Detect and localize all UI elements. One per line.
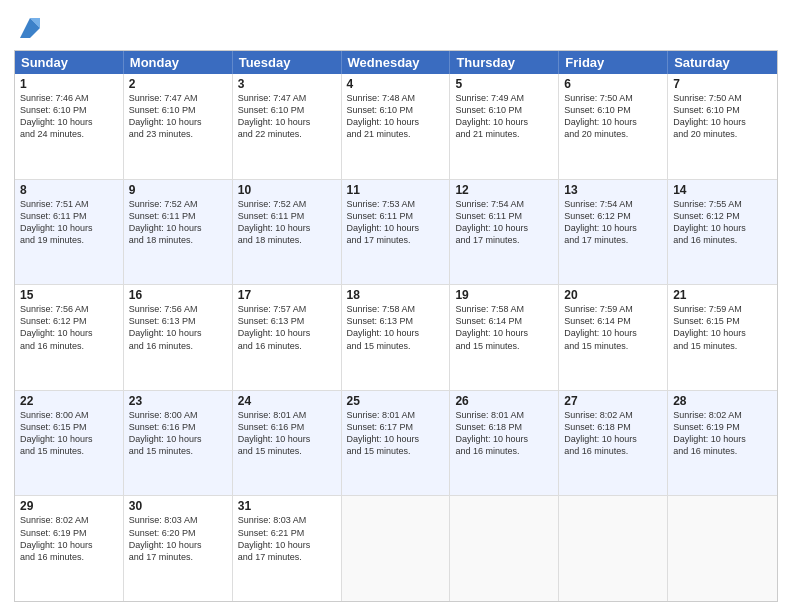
- day-info: Sunrise: 8:00 AMSunset: 6:15 PMDaylight:…: [20, 409, 118, 458]
- day-info: Sunrise: 8:02 AMSunset: 6:19 PMDaylight:…: [20, 514, 118, 563]
- day-number: 15: [20, 288, 118, 302]
- day-info: Sunrise: 8:00 AMSunset: 6:16 PMDaylight:…: [129, 409, 227, 458]
- calendar-row-5: 29Sunrise: 8:02 AMSunset: 6:19 PMDayligh…: [15, 495, 777, 601]
- day-number: 30: [129, 499, 227, 513]
- day-cell-24: 24Sunrise: 8:01 AMSunset: 6:16 PMDayligh…: [233, 391, 342, 496]
- day-info: Sunrise: 7:56 AMSunset: 6:13 PMDaylight:…: [129, 303, 227, 352]
- day-number: 2: [129, 77, 227, 91]
- day-cell-7: 7Sunrise: 7:50 AMSunset: 6:10 PMDaylight…: [668, 74, 777, 179]
- header: [14, 10, 778, 42]
- day-cell-9: 9Sunrise: 7:52 AMSunset: 6:11 PMDaylight…: [124, 180, 233, 285]
- day-cell-8: 8Sunrise: 7:51 AMSunset: 6:11 PMDaylight…: [15, 180, 124, 285]
- day-info: Sunrise: 8:02 AMSunset: 6:19 PMDaylight:…: [673, 409, 772, 458]
- header-day-monday: Monday: [124, 51, 233, 74]
- header-day-friday: Friday: [559, 51, 668, 74]
- day-cell-12: 12Sunrise: 7:54 AMSunset: 6:11 PMDayligh…: [450, 180, 559, 285]
- day-number: 6: [564, 77, 662, 91]
- day-cell-10: 10Sunrise: 7:52 AMSunset: 6:11 PMDayligh…: [233, 180, 342, 285]
- header-day-wednesday: Wednesday: [342, 51, 451, 74]
- day-info: Sunrise: 7:54 AMSunset: 6:12 PMDaylight:…: [564, 198, 662, 247]
- day-cell-4: 4Sunrise: 7:48 AMSunset: 6:10 PMDaylight…: [342, 74, 451, 179]
- day-info: Sunrise: 8:01 AMSunset: 6:18 PMDaylight:…: [455, 409, 553, 458]
- day-info: Sunrise: 7:57 AMSunset: 6:13 PMDaylight:…: [238, 303, 336, 352]
- day-info: Sunrise: 7:48 AMSunset: 6:10 PMDaylight:…: [347, 92, 445, 141]
- empty-cell: [450, 496, 559, 601]
- day-number: 5: [455, 77, 553, 91]
- day-info: Sunrise: 8:01 AMSunset: 6:17 PMDaylight:…: [347, 409, 445, 458]
- day-number: 26: [455, 394, 553, 408]
- day-cell-5: 5Sunrise: 7:49 AMSunset: 6:10 PMDaylight…: [450, 74, 559, 179]
- day-cell-28: 28Sunrise: 8:02 AMSunset: 6:19 PMDayligh…: [668, 391, 777, 496]
- day-number: 22: [20, 394, 118, 408]
- header-day-saturday: Saturday: [668, 51, 777, 74]
- day-cell-11: 11Sunrise: 7:53 AMSunset: 6:11 PMDayligh…: [342, 180, 451, 285]
- calendar-row-2: 8Sunrise: 7:51 AMSunset: 6:11 PMDaylight…: [15, 179, 777, 285]
- day-cell-6: 6Sunrise: 7:50 AMSunset: 6:10 PMDaylight…: [559, 74, 668, 179]
- day-number: 9: [129, 183, 227, 197]
- day-number: 1: [20, 77, 118, 91]
- day-cell-19: 19Sunrise: 7:58 AMSunset: 6:14 PMDayligh…: [450, 285, 559, 390]
- day-info: Sunrise: 7:47 AMSunset: 6:10 PMDaylight:…: [238, 92, 336, 141]
- day-info: Sunrise: 7:54 AMSunset: 6:11 PMDaylight:…: [455, 198, 553, 247]
- logo: [14, 14, 44, 42]
- calendar-row-1: 1Sunrise: 7:46 AMSunset: 6:10 PMDaylight…: [15, 74, 777, 179]
- day-cell-27: 27Sunrise: 8:02 AMSunset: 6:18 PMDayligh…: [559, 391, 668, 496]
- day-info: Sunrise: 7:50 AMSunset: 6:10 PMDaylight:…: [673, 92, 772, 141]
- day-cell-1: 1Sunrise: 7:46 AMSunset: 6:10 PMDaylight…: [15, 74, 124, 179]
- day-number: 31: [238, 499, 336, 513]
- day-cell-31: 31Sunrise: 8:03 AMSunset: 6:21 PMDayligh…: [233, 496, 342, 601]
- day-info: Sunrise: 7:55 AMSunset: 6:12 PMDaylight:…: [673, 198, 772, 247]
- empty-cell: [559, 496, 668, 601]
- day-info: Sunrise: 7:49 AMSunset: 6:10 PMDaylight:…: [455, 92, 553, 141]
- day-number: 27: [564, 394, 662, 408]
- logo-icon: [16, 14, 44, 42]
- day-number: 16: [129, 288, 227, 302]
- day-cell-3: 3Sunrise: 7:47 AMSunset: 6:10 PMDaylight…: [233, 74, 342, 179]
- day-cell-30: 30Sunrise: 8:03 AMSunset: 6:20 PMDayligh…: [124, 496, 233, 601]
- day-cell-16: 16Sunrise: 7:56 AMSunset: 6:13 PMDayligh…: [124, 285, 233, 390]
- day-info: Sunrise: 7:59 AMSunset: 6:15 PMDaylight:…: [673, 303, 772, 352]
- calendar-row-4: 22Sunrise: 8:00 AMSunset: 6:15 PMDayligh…: [15, 390, 777, 496]
- day-cell-15: 15Sunrise: 7:56 AMSunset: 6:12 PMDayligh…: [15, 285, 124, 390]
- day-info: Sunrise: 7:47 AMSunset: 6:10 PMDaylight:…: [129, 92, 227, 141]
- day-cell-13: 13Sunrise: 7:54 AMSunset: 6:12 PMDayligh…: [559, 180, 668, 285]
- day-number: 25: [347, 394, 445, 408]
- day-info: Sunrise: 8:03 AMSunset: 6:20 PMDaylight:…: [129, 514, 227, 563]
- day-cell-14: 14Sunrise: 7:55 AMSunset: 6:12 PMDayligh…: [668, 180, 777, 285]
- day-number: 11: [347, 183, 445, 197]
- day-info: Sunrise: 8:01 AMSunset: 6:16 PMDaylight:…: [238, 409, 336, 458]
- day-info: Sunrise: 7:52 AMSunset: 6:11 PMDaylight:…: [238, 198, 336, 247]
- day-number: 14: [673, 183, 772, 197]
- day-info: Sunrise: 7:46 AMSunset: 6:10 PMDaylight:…: [20, 92, 118, 141]
- header-day-tuesday: Tuesday: [233, 51, 342, 74]
- day-number: 24: [238, 394, 336, 408]
- day-number: 29: [20, 499, 118, 513]
- day-number: 4: [347, 77, 445, 91]
- day-number: 8: [20, 183, 118, 197]
- day-cell-22: 22Sunrise: 8:00 AMSunset: 6:15 PMDayligh…: [15, 391, 124, 496]
- day-cell-29: 29Sunrise: 8:02 AMSunset: 6:19 PMDayligh…: [15, 496, 124, 601]
- day-info: Sunrise: 7:51 AMSunset: 6:11 PMDaylight:…: [20, 198, 118, 247]
- day-info: Sunrise: 7:59 AMSunset: 6:14 PMDaylight:…: [564, 303, 662, 352]
- day-cell-23: 23Sunrise: 8:00 AMSunset: 6:16 PMDayligh…: [124, 391, 233, 496]
- day-cell-2: 2Sunrise: 7:47 AMSunset: 6:10 PMDaylight…: [124, 74, 233, 179]
- day-number: 10: [238, 183, 336, 197]
- day-info: Sunrise: 7:58 AMSunset: 6:14 PMDaylight:…: [455, 303, 553, 352]
- day-cell-20: 20Sunrise: 7:59 AMSunset: 6:14 PMDayligh…: [559, 285, 668, 390]
- day-cell-21: 21Sunrise: 7:59 AMSunset: 6:15 PMDayligh…: [668, 285, 777, 390]
- day-number: 23: [129, 394, 227, 408]
- header-day-sunday: Sunday: [15, 51, 124, 74]
- day-info: Sunrise: 8:03 AMSunset: 6:21 PMDaylight:…: [238, 514, 336, 563]
- day-number: 3: [238, 77, 336, 91]
- day-number: 13: [564, 183, 662, 197]
- day-number: 19: [455, 288, 553, 302]
- day-number: 21: [673, 288, 772, 302]
- calendar-body: 1Sunrise: 7:46 AMSunset: 6:10 PMDaylight…: [15, 74, 777, 601]
- day-number: 18: [347, 288, 445, 302]
- empty-cell: [668, 496, 777, 601]
- calendar-row-3: 15Sunrise: 7:56 AMSunset: 6:12 PMDayligh…: [15, 284, 777, 390]
- day-info: Sunrise: 8:02 AMSunset: 6:18 PMDaylight:…: [564, 409, 662, 458]
- day-number: 28: [673, 394, 772, 408]
- day-info: Sunrise: 7:56 AMSunset: 6:12 PMDaylight:…: [20, 303, 118, 352]
- header-day-thursday: Thursday: [450, 51, 559, 74]
